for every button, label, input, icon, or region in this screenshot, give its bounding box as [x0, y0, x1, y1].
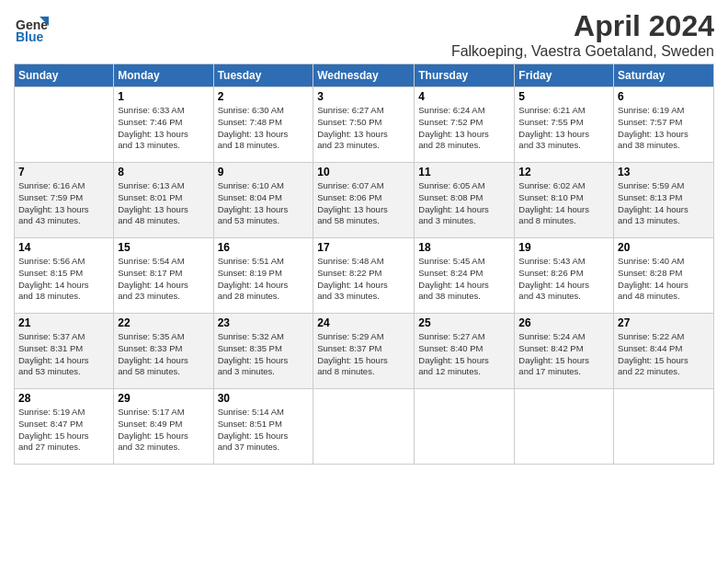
day-info: Sunrise: 6:05 AM Sunset: 8:08 PM Dayligh…	[418, 180, 510, 227]
calendar-cell	[614, 389, 714, 465]
calendar-cell	[515, 389, 614, 465]
day-number: 5	[518, 90, 609, 103]
col-wednesday: Wednesday	[313, 64, 415, 87]
day-number: 16	[218, 241, 310, 254]
calendar-cell: 23Sunrise: 5:32 AM Sunset: 8:35 PM Dayli…	[213, 314, 313, 389]
day-number: 20	[618, 241, 710, 254]
title-block: April 2024 Falkoeping, Vaestra Goetaland…	[451, 9, 714, 60]
calendar-cell: 4Sunrise: 6:24 AM Sunset: 7:52 PM Daylig…	[415, 87, 515, 163]
day-number: 3	[317, 90, 410, 103]
col-tuesday: Tuesday	[213, 64, 313, 87]
day-info: Sunrise: 6:10 AM Sunset: 8:04 PM Dayligh…	[218, 180, 310, 227]
day-info: Sunrise: 6:19 AM Sunset: 7:57 PM Dayligh…	[618, 105, 710, 152]
day-info: Sunrise: 5:22 AM Sunset: 8:44 PM Dayligh…	[618, 331, 710, 378]
calendar-cell: 7Sunrise: 6:16 AM Sunset: 7:59 PM Daylig…	[15, 163, 114, 238]
calendar-cell: 15Sunrise: 5:54 AM Sunset: 8:17 PM Dayli…	[114, 238, 213, 314]
day-info: Sunrise: 5:45 AM Sunset: 8:24 PM Dayligh…	[418, 256, 510, 303]
calendar-cell: 3Sunrise: 6:27 AM Sunset: 7:50 PM Daylig…	[313, 87, 415, 163]
calendar-cell: 5Sunrise: 6:21 AM Sunset: 7:55 PM Daylig…	[515, 87, 614, 163]
day-info: Sunrise: 5:59 AM Sunset: 8:13 PM Dayligh…	[618, 180, 710, 227]
calendar-cell: 30Sunrise: 5:14 AM Sunset: 8:51 PM Dayli…	[213, 389, 313, 465]
calendar-cell	[415, 389, 515, 465]
day-number: 2	[218, 90, 310, 103]
day-number: 11	[418, 166, 510, 178]
day-info: Sunrise: 6:02 AM Sunset: 8:10 PM Dayligh…	[518, 180, 609, 227]
col-friday: Friday	[515, 64, 614, 87]
day-number: 30	[218, 392, 310, 405]
calendar-week-1: 1Sunrise: 6:33 AM Sunset: 7:46 PM Daylig…	[15, 87, 714, 163]
day-number: 12	[518, 166, 609, 178]
day-number: 27	[618, 316, 710, 329]
calendar-cell: 8Sunrise: 6:13 AM Sunset: 8:01 PM Daylig…	[114, 163, 213, 238]
calendar-cell: 22Sunrise: 5:35 AM Sunset: 8:33 PM Dayli…	[114, 314, 213, 389]
calendar-cell: 16Sunrise: 5:51 AM Sunset: 8:19 PM Dayli…	[213, 238, 313, 314]
day-info: Sunrise: 5:51 AM Sunset: 8:19 PM Dayligh…	[218, 256, 310, 303]
calendar-cell	[313, 389, 415, 465]
day-info: Sunrise: 5:48 AM Sunset: 8:22 PM Dayligh…	[317, 256, 410, 303]
day-info: Sunrise: 5:40 AM Sunset: 8:28 PM Dayligh…	[618, 256, 710, 303]
day-number: 8	[118, 166, 209, 178]
day-info: Sunrise: 5:35 AM Sunset: 8:33 PM Dayligh…	[118, 331, 209, 378]
calendar-cell: 25Sunrise: 5:27 AM Sunset: 8:40 PM Dayli…	[415, 314, 515, 389]
calendar-table: Sunday Monday Tuesday Wednesday Thursday…	[14, 63, 714, 465]
location-title: Falkoeping, Vaestra Goetaland, Sweden	[451, 43, 714, 60]
day-number: 13	[618, 166, 710, 178]
day-info: Sunrise: 5:37 AM Sunset: 8:31 PM Dayligh…	[18, 331, 109, 378]
day-info: Sunrise: 5:32 AM Sunset: 8:35 PM Dayligh…	[218, 331, 310, 378]
day-info: Sunrise: 5:27 AM Sunset: 8:40 PM Dayligh…	[418, 331, 510, 378]
day-info: Sunrise: 5:24 AM Sunset: 8:42 PM Dayligh…	[518, 331, 609, 378]
calendar-cell: 9Sunrise: 6:10 AM Sunset: 8:04 PM Daylig…	[213, 163, 313, 238]
month-title: April 2024	[451, 9, 714, 43]
day-number: 14	[18, 241, 109, 254]
logo: General Blue	[14, 9, 49, 48]
calendar-week-4: 21Sunrise: 5:37 AM Sunset: 8:31 PM Dayli…	[15, 314, 714, 389]
day-number: 9	[218, 166, 310, 178]
calendar-cell: 14Sunrise: 5:56 AM Sunset: 8:15 PM Dayli…	[15, 238, 114, 314]
day-info: Sunrise: 6:16 AM Sunset: 7:59 PM Dayligh…	[18, 180, 109, 227]
day-number: 24	[317, 316, 410, 329]
col-sunday: Sunday	[15, 64, 114, 87]
day-number: 22	[118, 316, 209, 329]
day-info: Sunrise: 5:29 AM Sunset: 8:37 PM Dayligh…	[317, 331, 410, 378]
col-saturday: Saturday	[614, 64, 714, 87]
day-number: 29	[118, 392, 209, 405]
calendar-cell: 2Sunrise: 6:30 AM Sunset: 7:48 PM Daylig…	[213, 87, 313, 163]
day-info: Sunrise: 5:19 AM Sunset: 8:47 PM Dayligh…	[18, 407, 109, 454]
day-number: 19	[518, 241, 609, 254]
calendar-cell: 17Sunrise: 5:48 AM Sunset: 8:22 PM Dayli…	[313, 238, 415, 314]
day-info: Sunrise: 5:56 AM Sunset: 8:15 PM Dayligh…	[18, 256, 109, 303]
page-container: General Blue April 2024 Falkoeping, Vaes…	[0, 0, 728, 474]
day-number: 10	[317, 166, 410, 178]
day-info: Sunrise: 6:30 AM Sunset: 7:48 PM Dayligh…	[218, 105, 310, 152]
calendar-cell	[15, 87, 114, 163]
calendar-cell: 12Sunrise: 6:02 AM Sunset: 8:10 PM Dayli…	[515, 163, 614, 238]
calendar-cell: 10Sunrise: 6:07 AM Sunset: 8:06 PM Dayli…	[313, 163, 415, 238]
calendar-cell: 21Sunrise: 5:37 AM Sunset: 8:31 PM Dayli…	[15, 314, 114, 389]
calendar-week-5: 28Sunrise: 5:19 AM Sunset: 8:47 PM Dayli…	[15, 389, 714, 465]
day-number: 7	[18, 166, 109, 178]
calendar-cell: 29Sunrise: 5:17 AM Sunset: 8:49 PM Dayli…	[114, 389, 213, 465]
day-info: Sunrise: 6:24 AM Sunset: 7:52 PM Dayligh…	[418, 105, 510, 152]
calendar-week-2: 7Sunrise: 6:16 AM Sunset: 7:59 PM Daylig…	[15, 163, 714, 238]
header: General Blue April 2024 Falkoeping, Vaes…	[14, 9, 714, 60]
day-number: 26	[518, 316, 609, 329]
day-info: Sunrise: 6:07 AM Sunset: 8:06 PM Dayligh…	[317, 180, 410, 227]
day-number: 1	[118, 90, 209, 103]
day-info: Sunrise: 5:43 AM Sunset: 8:26 PM Dayligh…	[518, 256, 609, 303]
calendar-cell: 11Sunrise: 6:05 AM Sunset: 8:08 PM Dayli…	[415, 163, 515, 238]
day-info: Sunrise: 6:21 AM Sunset: 7:55 PM Dayligh…	[518, 105, 609, 152]
day-info: Sunrise: 5:54 AM Sunset: 8:17 PM Dayligh…	[118, 256, 209, 303]
day-number: 6	[618, 90, 710, 103]
svg-text:Blue: Blue	[16, 29, 44, 44]
calendar-cell: 24Sunrise: 5:29 AM Sunset: 8:37 PM Dayli…	[313, 314, 415, 389]
day-info: Sunrise: 6:27 AM Sunset: 7:50 PM Dayligh…	[317, 105, 410, 152]
day-number: 28	[18, 392, 109, 405]
calendar-week-3: 14Sunrise: 5:56 AM Sunset: 8:15 PM Dayli…	[15, 238, 714, 314]
day-number: 23	[218, 316, 310, 329]
logo-graphic: General Blue	[14, 9, 49, 48]
calendar-cell: 18Sunrise: 5:45 AM Sunset: 8:24 PM Dayli…	[415, 238, 515, 314]
calendar-cell: 6Sunrise: 6:19 AM Sunset: 7:57 PM Daylig…	[614, 87, 714, 163]
day-number: 4	[418, 90, 510, 103]
day-number: 18	[418, 241, 510, 254]
day-number: 15	[118, 241, 209, 254]
